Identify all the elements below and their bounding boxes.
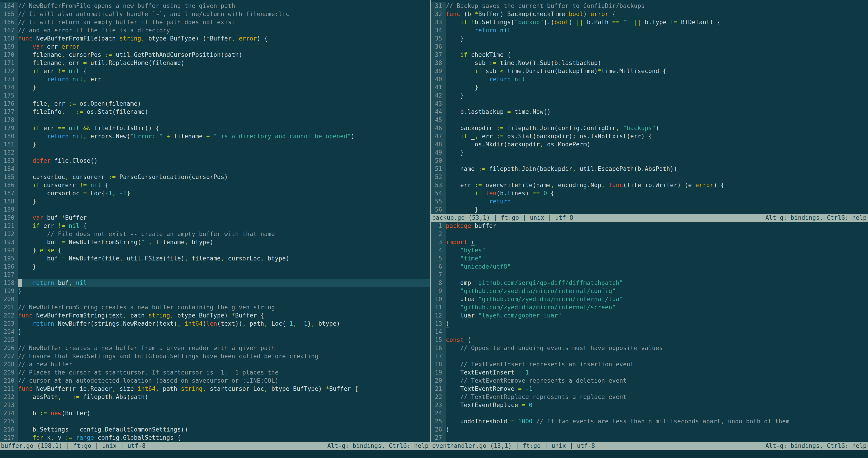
code-line[interactable]: 177 fileInfo, _ := os.Stat(filename) <box>0 108 430 116</box>
code-line[interactable]: 54 if len(b.lines) == 0 { <box>431 189 868 197</box>
code-line[interactable]: 191 if err != nil { <box>0 222 430 230</box>
code-line[interactable]: 41 } <box>431 83 868 91</box>
code-line[interactable]: 23 TextEventReplace = 0 <box>431 401 868 409</box>
code-line[interactable]: 194 } else { <box>0 246 430 254</box>
code-line[interactable]: 43 <box>431 99 868 108</box>
code-area-eventhandler-go[interactable]: 1package buffer23import (4 "bytes"5 "tim… <box>431 222 868 442</box>
code-line[interactable]: 37 if checkTime { <box>431 51 868 59</box>
code-line[interactable]: 45 <box>431 116 868 124</box>
code-line[interactable]: 55 return <box>431 197 868 205</box>
code-line[interactable]: 14 <box>431 328 868 336</box>
code-line[interactable]: 207// Ensure that ReadSettings and InitG… <box>0 352 430 360</box>
code-line[interactable]: 35 } <box>431 34 868 42</box>
code-line[interactable]: 47 if _, err := os.Stat(backupdir); os.I… <box>431 132 868 140</box>
code-line[interactable]: 48 os.Mkdir(backupdir, os.ModePerm) <box>431 140 868 148</box>
code-line[interactable]: 12 luar "layeh.com/gopher-luar" <box>431 311 868 319</box>
code-line[interactable]: 200 <box>0 295 430 303</box>
code-line[interactable]: 185 cursorLoc, cursorerr := ParseCursorL… <box>0 173 430 181</box>
code-line[interactable]: 34 return nil <box>431 26 868 34</box>
code-line[interactable]: 27 <box>431 434 868 442</box>
code-line[interactable]: 208// a new buffer <box>0 360 430 368</box>
code-line[interactable]: 192 // File does not exist -- create an … <box>0 230 430 238</box>
code-line[interactable]: 24 <box>431 409 868 417</box>
code-line[interactable]: 205 <box>0 336 430 344</box>
code-line[interactable]: 168func NewBufferFromFile(path string, b… <box>0 34 430 42</box>
code-line[interactable]: 46 backupdir := filepath.Join(config.Con… <box>431 124 868 132</box>
code-line[interactable]: 4 "bytes" <box>431 246 868 254</box>
code-line[interactable]: 188 } <box>0 197 430 205</box>
code-line[interactable]: 175 <box>0 91 430 99</box>
code-line[interactable]: 19 TextEventInsert = 1 <box>431 368 868 376</box>
code-line[interactable]: 206// NewBuffer creates a new buffer fro… <box>0 344 430 352</box>
code-line[interactable]: 40 return nil <box>431 75 868 83</box>
code-line[interactable]: 173 return nil, err <box>0 75 430 83</box>
code-line[interactable]: 26) <box>431 425 868 434</box>
code-line[interactable]: 164// NewBufferFromFile opens a new buff… <box>0 2 430 10</box>
code-line[interactable]: 36 <box>431 42 868 51</box>
code-line[interactable]: 1package buffer <box>431 222 868 230</box>
code-line[interactable]: 203 return NewBuffer(strings.NewReader(t… <box>0 319 430 328</box>
code-line[interactable]: 170 filename, cursorPos := util.GetPathA… <box>0 51 430 59</box>
code-line[interactable]: 44 b.lastbackup = time.Now() <box>431 108 868 116</box>
code-line[interactable]: 5 "time" <box>431 254 868 262</box>
code-line[interactable]: 190 var buf *Buffer <box>0 213 430 222</box>
code-line[interactable]: 180 return nil, errors.New("Error: " + f… <box>0 132 430 140</box>
code-line[interactable]: 17 <box>431 352 868 360</box>
code-line[interactable]: 174 } <box>0 83 430 91</box>
code-line[interactable]: 51 name := filepath.Join(backupdir, util… <box>431 165 868 173</box>
code-line[interactable]: 10 ulua "github.com/zyedidia/micro/inter… <box>431 295 868 303</box>
code-line[interactable]: 197 <box>0 270 430 279</box>
code-line[interactable]: 176 file, err := os.Open(filename) <box>0 99 430 108</box>
code-line[interactable]: 195 buf = NewBuffer(file, util.FSize(fil… <box>0 254 430 262</box>
code-line[interactable]: 50 <box>431 156 868 165</box>
code-line[interactable]: 187 cursorLoc = Loc{-1, -1} <box>0 189 430 197</box>
code-line[interactable]: 179 if err == nil && fileInfo.IsDir() { <box>0 124 430 132</box>
code-line[interactable]: 11 "github.com/zyedidia/micro/internal/s… <box>431 303 868 311</box>
code-line[interactable]: 22 // TextEventReplace represents a repl… <box>431 393 868 401</box>
code-line[interactable]: 16 // Opposite and undoing events must h… <box>431 344 868 352</box>
code-line[interactable]: 186 if cursorerr != nil { <box>0 181 430 189</box>
code-line[interactable]: 212 absPath, _ := filepath.Abs(path) <box>0 393 430 401</box>
code-line[interactable]: 9 "github.com/zyedidia/micro/internal/co… <box>431 287 868 295</box>
code-line[interactable]: 42 } <box>431 91 868 99</box>
command-line[interactable] <box>0 450 868 458</box>
code-line[interactable]: 32func (b *Buffer) Backup(checkTime bool… <box>431 10 868 18</box>
code-line[interactable]: 6 "unicode/utf8" <box>431 262 868 270</box>
code-line[interactable]: 196 } <box>0 262 430 270</box>
code-line[interactable]: 39 if sub < time.Duration(backupTime)*ti… <box>431 67 868 75</box>
code-line[interactable]: 209// Places the cursor at startcursor. … <box>0 368 430 376</box>
code-line[interactable]: 7 <box>431 270 868 279</box>
code-line[interactable]: 25 undoThreshold = 1000 // If two events… <box>431 417 868 425</box>
code-line[interactable]: 56 } <box>431 205 868 213</box>
code-line[interactable]: 169 var err error <box>0 42 430 51</box>
code-line[interactable]: 15const ( <box>431 336 868 344</box>
code-line[interactable]: 199} <box>0 287 430 295</box>
code-line[interactable]: 204} <box>0 328 430 336</box>
code-line[interactable]: 2 <box>431 230 868 238</box>
code-line[interactable]: 20 // TextEventRemove represents a delet… <box>431 376 868 385</box>
code-line[interactable]: 167// and an error if the file is a dire… <box>0 26 430 34</box>
code-line[interactable]: 13) <box>431 319 868 328</box>
code-line[interactable]: 211func NewBuffer(r io.Reader, size int6… <box>0 385 430 393</box>
code-line[interactable]: 166// It will return an empty buffer if … <box>0 18 430 26</box>
code-line[interactable]: 52 <box>431 173 868 181</box>
code-line[interactable]: 202func NewBufferFromString(text, path s… <box>0 311 430 319</box>
code-line[interactable]: 217 for k, v := range config.GlobalSetti… <box>0 434 430 442</box>
code-line[interactable]: 31// Backup saves the current buffer to … <box>431 2 868 10</box>
code-area-buffer-go[interactable]: 164// NewBufferFromFile opens a new buff… <box>0 0 430 442</box>
code-line[interactable]: 172 if err != nil { <box>0 67 430 75</box>
code-line[interactable]: 3import ( <box>431 238 868 246</box>
code-line[interactable]: 201// NewBufferFromString creates a new … <box>0 303 430 311</box>
code-line[interactable]: 181 } <box>0 140 430 148</box>
code-line[interactable]: 165// It will also automatically handle … <box>0 10 430 18</box>
code-line[interactable]: 214 b := new(Buffer) <box>0 409 430 417</box>
code-line[interactable]: 198 return buf, nil <box>0 279 430 287</box>
code-line[interactable]: 49 } <box>431 148 868 156</box>
code-line[interactable]: 184 <box>0 165 430 173</box>
code-line[interactable]: 18 // TextEventInsert represents an inse… <box>431 360 868 368</box>
code-line[interactable]: 215 <box>0 417 430 425</box>
code-line[interactable]: 189 <box>0 205 430 213</box>
code-line[interactable]: 193 buf = NewBufferFromString("", filena… <box>0 238 430 246</box>
code-line[interactable]: 38 sub := time.Now().Sub(b.lastbackup) <box>431 59 868 67</box>
code-line[interactable]: 210// cursor at an autodetected location… <box>0 376 430 385</box>
